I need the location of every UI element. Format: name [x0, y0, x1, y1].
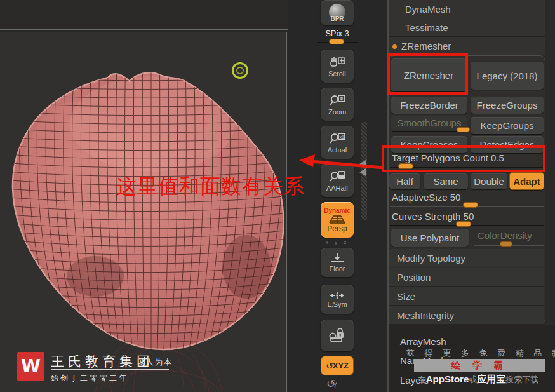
wm3-part: 应用宝 — [477, 374, 505, 384]
company-founded: 始 创 于 二 零 零 二 年 — [51, 373, 126, 384]
logo-letter: W — [21, 356, 41, 377]
watermark-line1: 获 得 更 多 免 费 精 品 教 程 — [406, 348, 550, 359]
annotation-text: 这里值和面数有关系 — [116, 173, 305, 201]
annotation-rect-target-polygons — [382, 145, 545, 172]
wm3-part: 在 — [418, 375, 426, 384]
zbrush-window: W 王氏教育集团 以人为本 始 创 于 二 零 零 二 年 BPR SPix 3… — [0, 0, 555, 392]
wm3-part: AppStore — [426, 374, 469, 384]
pivot-indicator-inner — [236, 67, 244, 74]
watermark-bar: 绘 学 霸 — [414, 359, 545, 372]
company-logo: W — [17, 352, 44, 381]
watermark-brand: 绘 学 霸 — [451, 360, 507, 372]
brand-divider — [51, 369, 169, 370]
watermark-line3: 在AppStore或应用宝搜索下载 — [404, 374, 552, 386]
annotation-rect-zremesher — [387, 53, 468, 95]
wm3-part: 搜索下载 — [505, 375, 538, 384]
pivot-indicator-icon — [232, 62, 248, 79]
zremesher-open-dot-icon — [392, 44, 397, 49]
company-slogan: 以人为本 — [137, 357, 173, 368]
wm3-part: 或 — [469, 375, 477, 384]
